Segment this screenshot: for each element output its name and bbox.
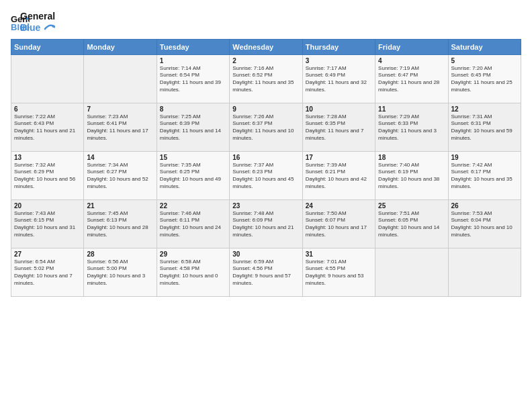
day-cell: 3Sunrise: 7:17 AM Sunset: 6:49 PM Daylig… bbox=[302, 54, 375, 103]
day-cell: 14Sunrise: 7:34 AM Sunset: 6:27 PM Dayli… bbox=[84, 151, 157, 199]
logo-general: General bbox=[20, 11, 55, 22]
day-info: Sunrise: 7:42 AM Sunset: 6:17 PM Dayligh… bbox=[451, 162, 518, 191]
day-info: Sunrise: 7:50 AM Sunset: 6:07 PM Dayligh… bbox=[306, 210, 372, 239]
weekday-header-friday: Friday bbox=[375, 39, 448, 54]
day-info: Sunrise: 6:54 AM Sunset: 5:02 PM Dayligh… bbox=[14, 259, 81, 287]
day-cell: 29Sunrise: 6:58 AM Sunset: 4:58 PM Dayli… bbox=[157, 248, 229, 296]
day-info: Sunrise: 7:37 AM Sunset: 6:23 PM Dayligh… bbox=[232, 162, 299, 191]
day-info: Sunrise: 6:56 AM Sunset: 5:00 PM Dayligh… bbox=[87, 259, 153, 287]
day-cell: 8Sunrise: 7:25 AM Sunset: 6:39 PM Daylig… bbox=[157, 103, 229, 151]
day-number: 26 bbox=[451, 202, 518, 210]
day-number: 8 bbox=[160, 105, 226, 113]
day-number: 25 bbox=[378, 202, 445, 210]
week-row-2: 6Sunrise: 7:22 AM Sunset: 6:43 PM Daylig… bbox=[11, 103, 521, 151]
day-info: Sunrise: 6:59 AM Sunset: 4:56 PM Dayligh… bbox=[232, 259, 299, 287]
day-number: 13 bbox=[14, 154, 81, 161]
day-number: 6 bbox=[14, 105, 81, 113]
weekday-header-row: SundayMondayTuesdayWednesdayThursdayFrid… bbox=[11, 39, 521, 54]
day-number: 21 bbox=[87, 202, 153, 210]
weekday-header-saturday: Saturday bbox=[448, 39, 521, 54]
day-number: 22 bbox=[160, 202, 226, 210]
day-cell: 12Sunrise: 7:31 AM Sunset: 6:31 PM Dayli… bbox=[448, 103, 521, 151]
day-cell: 21Sunrise: 7:45 AM Sunset: 6:13 PM Dayli… bbox=[84, 199, 157, 248]
day-cell bbox=[11, 54, 84, 103]
day-info: Sunrise: 7:45 AM Sunset: 6:13 PM Dayligh… bbox=[87, 210, 153, 239]
day-number: 2 bbox=[232, 57, 299, 64]
day-cell: 11Sunrise: 7:29 AM Sunset: 6:33 PM Dayli… bbox=[375, 103, 448, 151]
day-cell: 28Sunrise: 6:56 AM Sunset: 5:00 PM Dayli… bbox=[84, 248, 157, 296]
day-number: 5 bbox=[451, 57, 518, 64]
day-number: 7 bbox=[87, 105, 153, 113]
day-cell: 27Sunrise: 6:54 AM Sunset: 5:02 PM Dayli… bbox=[11, 248, 84, 296]
day-cell bbox=[375, 248, 448, 296]
day-cell: 22Sunrise: 7:46 AM Sunset: 6:11 PM Dayli… bbox=[157, 199, 229, 248]
day-number: 27 bbox=[14, 250, 81, 258]
week-row-4: 20Sunrise: 7:43 AM Sunset: 6:15 PM Dayli… bbox=[11, 199, 521, 248]
day-cell: 7Sunrise: 7:23 AM Sunset: 6:41 PM Daylig… bbox=[84, 103, 157, 151]
day-cell: 13Sunrise: 7:32 AM Sunset: 6:29 PM Dayli… bbox=[11, 151, 84, 199]
header: General Blue General Blue bbox=[11, 11, 521, 34]
day-cell bbox=[84, 54, 157, 103]
day-number: 12 bbox=[451, 105, 518, 113]
week-row-3: 13Sunrise: 7:32 AM Sunset: 6:29 PM Dayli… bbox=[11, 151, 521, 199]
day-info: Sunrise: 7:48 AM Sunset: 6:09 PM Dayligh… bbox=[232, 210, 299, 239]
day-cell: 18Sunrise: 7:40 AM Sunset: 6:19 PM Dayli… bbox=[375, 151, 448, 199]
day-info: Sunrise: 7:39 AM Sunset: 6:21 PM Dayligh… bbox=[306, 162, 372, 191]
day-info: Sunrise: 7:40 AM Sunset: 6:19 PM Dayligh… bbox=[378, 162, 445, 191]
day-info: Sunrise: 7:35 AM Sunset: 6:25 PM Dayligh… bbox=[160, 162, 226, 191]
logo: General Blue General Blue bbox=[11, 11, 55, 34]
day-info: Sunrise: 7:22 AM Sunset: 6:43 PM Dayligh… bbox=[14, 113, 81, 142]
day-number: 10 bbox=[306, 105, 372, 113]
day-info: Sunrise: 7:14 AM Sunset: 6:54 PM Dayligh… bbox=[160, 65, 226, 94]
day-info: Sunrise: 7:31 AM Sunset: 6:31 PM Dayligh… bbox=[451, 113, 518, 142]
day-number: 31 bbox=[306, 250, 372, 258]
day-cell: 2Sunrise: 7:16 AM Sunset: 6:52 PM Daylig… bbox=[230, 54, 302, 103]
day-number: 11 bbox=[378, 105, 445, 113]
day-number: 24 bbox=[306, 202, 372, 210]
day-info: Sunrise: 7:53 AM Sunset: 6:04 PM Dayligh… bbox=[451, 210, 518, 239]
week-row-5: 27Sunrise: 6:54 AM Sunset: 5:02 PM Dayli… bbox=[11, 248, 521, 296]
day-info: Sunrise: 7:20 AM Sunset: 6:45 PM Dayligh… bbox=[451, 65, 518, 94]
day-cell: 23Sunrise: 7:48 AM Sunset: 6:09 PM Dayli… bbox=[230, 199, 302, 248]
day-cell: 1Sunrise: 7:14 AM Sunset: 6:54 PM Daylig… bbox=[157, 54, 229, 103]
day-number: 1 bbox=[160, 57, 226, 64]
day-number: 15 bbox=[160, 154, 226, 161]
day-number: 17 bbox=[306, 154, 372, 161]
day-cell: 4Sunrise: 7:19 AM Sunset: 6:47 PM Daylig… bbox=[375, 54, 448, 103]
calendar-table: SundayMondayTuesdayWednesdayThursdayFrid… bbox=[11, 39, 521, 297]
day-cell: 17Sunrise: 7:39 AM Sunset: 6:21 PM Dayli… bbox=[302, 151, 375, 199]
day-cell: 24Sunrise: 7:50 AM Sunset: 6:07 PM Dayli… bbox=[302, 199, 375, 248]
day-info: Sunrise: 7:46 AM Sunset: 6:11 PM Dayligh… bbox=[160, 210, 226, 239]
weekday-header-thursday: Thursday bbox=[302, 39, 375, 54]
day-info: Sunrise: 7:51 AM Sunset: 6:05 PM Dayligh… bbox=[378, 210, 445, 239]
day-cell: 25Sunrise: 7:51 AM Sunset: 6:05 PM Dayli… bbox=[375, 199, 448, 248]
day-cell: 26Sunrise: 7:53 AM Sunset: 6:04 PM Dayli… bbox=[448, 199, 521, 248]
day-info: Sunrise: 7:28 AM Sunset: 6:35 PM Dayligh… bbox=[306, 113, 372, 142]
day-info: Sunrise: 7:32 AM Sunset: 6:29 PM Dayligh… bbox=[14, 162, 81, 191]
day-info: Sunrise: 7:26 AM Sunset: 6:37 PM Dayligh… bbox=[232, 113, 299, 142]
day-number: 28 bbox=[87, 250, 153, 258]
day-number: 19 bbox=[451, 154, 518, 161]
day-info: Sunrise: 6:58 AM Sunset: 4:58 PM Dayligh… bbox=[160, 259, 226, 287]
day-cell: 6Sunrise: 7:22 AM Sunset: 6:43 PM Daylig… bbox=[11, 103, 84, 151]
day-number: 14 bbox=[87, 154, 153, 161]
day-number: 30 bbox=[232, 250, 299, 258]
week-row-1: 1Sunrise: 7:14 AM Sunset: 6:54 PM Daylig… bbox=[11, 54, 521, 103]
day-cell: 20Sunrise: 7:43 AM Sunset: 6:15 PM Dayli… bbox=[11, 199, 84, 248]
day-number: 18 bbox=[378, 154, 445, 161]
day-cell: 19Sunrise: 7:42 AM Sunset: 6:17 PM Dayli… bbox=[448, 151, 521, 199]
day-info: Sunrise: 7:01 AM Sunset: 4:55 PM Dayligh… bbox=[306, 259, 372, 287]
day-info: Sunrise: 7:25 AM Sunset: 6:39 PM Dayligh… bbox=[160, 113, 226, 142]
day-cell bbox=[448, 248, 521, 296]
day-info: Sunrise: 7:43 AM Sunset: 6:15 PM Dayligh… bbox=[14, 210, 81, 239]
day-info: Sunrise: 7:16 AM Sunset: 6:52 PM Dayligh… bbox=[232, 65, 299, 94]
calendar-body: 1Sunrise: 7:14 AM Sunset: 6:54 PM Daylig… bbox=[11, 54, 521, 296]
day-number: 3 bbox=[306, 57, 372, 64]
day-number: 16 bbox=[232, 154, 299, 161]
logo-swoosh bbox=[44, 24, 55, 32]
day-cell: 10Sunrise: 7:28 AM Sunset: 6:35 PM Dayli… bbox=[302, 103, 375, 151]
weekday-header-sunday: Sunday bbox=[11, 39, 84, 54]
day-cell: 15Sunrise: 7:35 AM Sunset: 6:25 PM Dayli… bbox=[157, 151, 229, 199]
day-cell: 31Sunrise: 7:01 AM Sunset: 4:55 PM Dayli… bbox=[302, 248, 375, 296]
day-number: 20 bbox=[14, 202, 81, 210]
